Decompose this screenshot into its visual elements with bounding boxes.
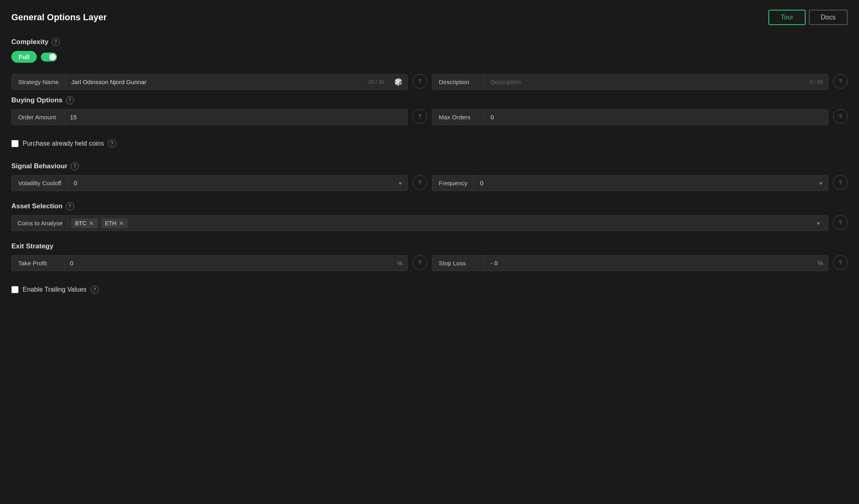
exit-strategy-label: Exit Strategy [11,242,53,250]
exit-strategy-row: Take Profit % ? Stop Loss % ? [11,255,848,271]
exit-strategy-label-row: Exit Strategy [11,242,848,250]
complexity-section: Complexity ? Full [11,38,848,63]
take-profit-input[interactable] [64,256,392,271]
buying-options-help-icon[interactable]: ? [66,96,74,104]
complexity-toggle-group: Full [11,51,848,63]
complexity-label: Complexity [11,38,49,46]
stop-loss-group: Stop Loss % [432,255,828,271]
trailing-values-label[interactable]: Enable Trailing Values [23,286,87,293]
strategy-name-group: Strategy Name 26 / 30 🎲 [11,74,408,90]
exit-strategy-section: Exit Strategy Take Profit % ? Stop Loss … [11,242,848,271]
purchase-held-label[interactable]: Purchase already held coins [23,140,104,147]
complexity-toggle[interactable] [41,53,57,61]
max-orders-group: Max Orders [432,109,828,125]
coins-help-btn[interactable]: ? [833,215,848,230]
strategy-description-row: Strategy Name 26 / 30 🎲 ? Description 0 … [11,74,848,90]
signal-behaviour-row: Volatility Cooloff 0 ▾ ? Frequency 0 ▾ ? [11,175,848,191]
asset-selection-label: Asset Selection [11,202,63,210]
docs-button[interactable]: Docs [809,10,848,25]
volatility-cooloff-label: Volatility Cooloff [12,176,68,191]
asset-selection-label-row: Asset Selection ? [11,202,848,210]
signal-behaviour-help-icon[interactable]: ? [71,162,79,170]
description-char-count: 0 / 99 [805,79,828,85]
coin-tag-btc-symbol: BTC [75,220,87,227]
stop-loss-help-btn[interactable]: ? [833,255,848,270]
description-input[interactable] [485,74,805,89]
strategy-name-input[interactable] [66,74,363,89]
header-buttons: Tour Docs [768,10,848,25]
signal-behaviour-section: Signal Behaviour ? Volatility Cooloff 0 … [11,162,848,191]
trailing-values-checkbox[interactable] [11,286,19,293]
frequency-value: 0 [474,176,814,191]
page-header: General Options Layer Tour Docs [11,10,848,25]
order-amount-input[interactable] [64,110,407,125]
asset-selection-help-icon[interactable]: ? [66,202,74,210]
order-amount-label: Order Amount [12,110,64,125]
trailing-values-section: Enable Trailing Values ? [11,282,848,297]
stop-loss-input[interactable] [485,256,812,271]
complexity-toggle-label: Full [11,51,37,63]
volatility-cooloff-value: 0 [68,176,393,191]
coin-tag-btc: BTC ✕ [71,218,98,228]
coin-tag-eth-remove[interactable]: ✕ [119,220,124,226]
frequency-arrow[interactable]: ▾ [814,180,828,186]
max-orders-label: Max Orders [432,110,485,125]
buying-options-label-row: Buying Options ? [11,96,848,104]
purchase-held-section: Purchase already held coins ? [11,136,848,151]
take-profit-label: Take Profit [12,256,64,271]
coins-field[interactable]: Coins to Analyse BTC ✕ ETH ✕ ▾ [11,215,828,231]
coin-tag-eth-symbol: ETH [105,220,116,227]
take-profit-help-btn[interactable]: ? [413,255,427,270]
max-orders-help-btn[interactable]: ? [833,109,848,124]
purchase-held-help-icon[interactable]: ? [108,140,116,148]
volatility-cooloff-arrow[interactable]: ▾ [393,180,407,186]
take-profit-suffix: % [392,260,407,267]
complexity-help-icon[interactable]: ? [52,38,60,46]
stop-loss-label: Stop Loss [432,256,485,271]
buying-options-section: Buying Options ? Order Amount ? Max Orde… [11,96,848,125]
order-amount-help-btn[interactable]: ? [413,109,427,124]
coins-dropdown-arrow[interactable]: ▾ [813,220,824,227]
page-title: General Options Layer [11,12,107,23]
strategy-name-char-count: 26 / 30 [363,79,389,85]
frequency-group: Frequency 0 ▾ [432,175,828,191]
coin-tag-btc-remove[interactable]: ✕ [89,220,94,226]
description-help-btn[interactable]: ? [833,74,848,89]
frequency-help-btn[interactable]: ? [833,175,848,190]
asset-selection-section: Asset Selection ? Coins to Analyse BTC ✕… [11,202,848,231]
coin-tag-eth: ETH ✕ [101,218,128,228]
signal-behaviour-label: Signal Behaviour [11,162,68,170]
buying-options-row: Order Amount ? Max Orders ? [11,109,848,125]
frequency-label: Frequency [432,176,474,191]
trailing-values-row: Enable Trailing Values ? [11,282,848,297]
coins-label: Coins to Analyse [16,218,68,228]
order-amount-group: Order Amount [11,109,408,125]
tour-button[interactable]: Tour [768,10,805,25]
buying-options-label: Buying Options [11,96,63,104]
complexity-label-row: Complexity ? [11,38,848,46]
asset-selection-row: Coins to Analyse BTC ✕ ETH ✕ ▾ ? [11,215,848,231]
dice-icon: 🎲 [394,78,402,86]
take-profit-group: Take Profit % [11,255,408,271]
max-orders-input[interactable] [485,110,828,125]
strategy-name-icon-btn[interactable]: 🎲 [389,78,407,86]
volatility-cooloff-help-btn[interactable]: ? [413,175,427,190]
trailing-values-help-icon[interactable]: ? [91,286,99,294]
strategy-name-label: Strategy Name [12,74,66,89]
description-label: Description [432,74,485,89]
signal-behaviour-label-row: Signal Behaviour ? [11,162,848,170]
strategy-name-help-btn[interactable]: ? [413,74,427,89]
volatility-cooloff-group: Volatility Cooloff 0 ▾ [11,175,408,191]
stop-loss-suffix: % [812,260,828,267]
purchase-held-row: Purchase already held coins ? [11,136,848,151]
purchase-held-checkbox[interactable] [11,140,19,147]
description-group: Description 0 / 99 [432,74,828,90]
